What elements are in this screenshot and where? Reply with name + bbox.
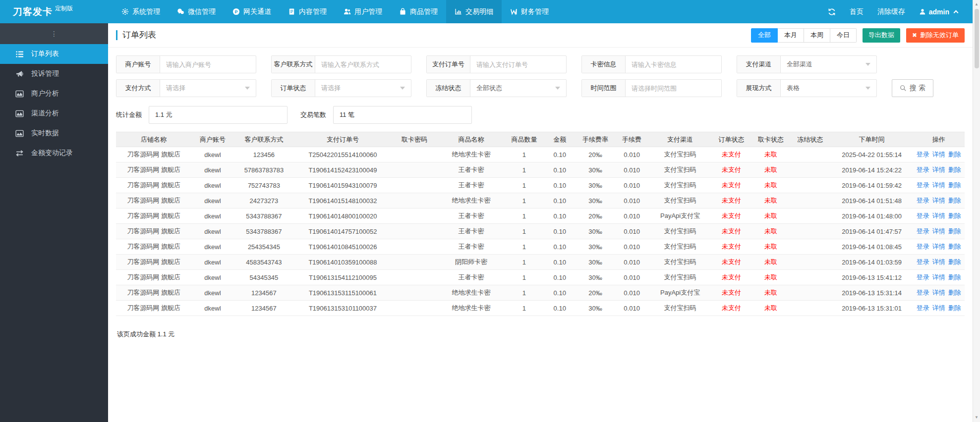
action-link-delete[interactable]: 删除 [948,151,961,158]
filter-select-freeze-status[interactable]: 全部状态 [470,80,566,97]
sidebar-item-complaints[interactable]: 投诉管理 [0,64,108,84]
action-link-login[interactable]: 登录 [917,258,929,265]
action-link-detail[interactable]: 详情 [932,166,945,173]
sidebar-item-merchant-analysis[interactable]: 商户分析 [0,84,108,104]
filter-input-time-range[interactable] [626,80,721,97]
clear-cache-link[interactable]: 清除缓存 [877,7,905,16]
cell-amount: 0.10 [543,301,576,316]
cell-product: 王者卡密 [437,270,505,285]
action-link-detail[interactable]: 详情 [932,273,945,281]
action-link-delete[interactable]: 删除 [948,197,961,204]
nav-item-transactions[interactable]: 交易明细 [446,0,502,23]
cell-actions: 登录详情删除 [913,224,965,239]
nav-item-gateway[interactable]: P网关通道 [224,0,280,23]
nav-item-finance[interactable]: 财务管理 [502,0,557,23]
action-link-delete[interactable]: 删除 [948,273,961,281]
nav-item-system[interactable]: 系统管理 [113,0,169,23]
filter-row-1: 商户账号客户联系方式支付订单号卡密信息支付渠道全部渠道 [116,55,965,73]
action-link-detail[interactable]: 详情 [932,258,945,265]
filter-input-pay-order-no[interactable] [470,56,566,73]
filter-group-pay-method: 支付方式请选择 [116,79,256,97]
action-link-detail[interactable]: 详情 [932,151,945,158]
action-link-login[interactable]: 登录 [917,304,929,312]
action-link-login[interactable]: 登录 [917,243,929,250]
nav-item-users[interactable]: 用户管理 [335,0,391,23]
filter-input-customer-contact[interactable] [315,56,411,73]
action-link-login[interactable]: 登录 [917,212,929,219]
home-link[interactable]: 首页 [850,7,864,16]
nav-item-wechat[interactable]: 微信管理 [169,0,224,23]
action-link-login[interactable]: 登录 [917,166,929,173]
action-link-login[interactable]: 登录 [917,273,929,281]
sidebar-item-channel-analysis[interactable]: 渠道分析 [0,104,108,123]
cell-channel: 支付宝扫码 [649,162,711,178]
range-tab-month[interactable]: 本月 [778,28,804,43]
filter-select-pay-channel[interactable]: 全部渠道 [781,56,876,73]
action-link-delete[interactable]: 删除 [948,166,961,173]
cell-shop: 刀客源码网 旗舰店 [116,301,191,316]
action-link-delete[interactable]: 删除 [948,243,961,250]
action-link-login[interactable]: 登录 [917,197,929,204]
stat-value-trade-count[interactable] [333,106,472,124]
filter-group-order-status: 订单状态请选择 [271,79,411,97]
action-link-login[interactable]: 登录 [917,227,929,235]
action-link-delete[interactable]: 删除 [948,304,961,312]
cell-qty: 1 [505,193,543,209]
nav-item-content[interactable]: 内容管理 [280,0,335,23]
gateway-icon: P [232,8,240,15]
sidebar-item-realtime-data[interactable]: 实时数据 [0,123,108,143]
user-menu[interactable]: admin [919,8,958,16]
export-data-button[interactable]: 导出数据 [863,28,900,43]
nav-item-goods[interactable]: 商品管理 [391,0,446,23]
gear-icon [121,8,129,15]
range-tab-all[interactable]: 全部 [751,28,778,43]
cell-amount: 0.10 [543,224,576,239]
cell-channel: 支付宝扫码 [649,147,711,162]
filter-select-order-status[interactable]: 请选择 [315,80,411,97]
filter-select-display-mode[interactable]: 表格 [781,80,876,97]
action-link-detail[interactable]: 详情 [932,289,945,296]
cell-contact: 123456 [234,147,294,162]
cell-qty: 1 [505,147,543,162]
cell-amount: 0.10 [543,209,576,224]
page-scrollbar[interactable]: ▲ ▼ [973,0,980,422]
action-link-delete[interactable]: 删除 [948,212,961,219]
sidebar-collapse-handle[interactable]: ⋮ [0,23,108,44]
range-tab-today[interactable]: 今日 [830,28,857,43]
cell-order_no: T190613153115100061 [294,285,392,301]
action-link-delete[interactable]: 删除 [948,181,961,189]
scrollbar-thumb[interactable] [975,9,979,68]
action-link-delete[interactable]: 删除 [948,258,961,265]
refresh-icon[interactable] [828,8,836,16]
action-link-login[interactable]: 登录 [917,151,929,158]
filter-input-card-info[interactable] [626,56,721,73]
sidebar-item-amount-change[interactable]: 金额变动记录 [0,143,108,163]
topbar-actions: 首页 清除缓存 admin [828,0,973,23]
action-link-delete[interactable]: 删除 [948,289,961,296]
sidebar-item-orders[interactable]: 订单列表 [0,44,108,64]
table-row: 刀客源码网 旗舰店dkewl1234567T190613153101100037… [116,301,965,316]
scroll-up-icon[interactable]: ▲ [975,2,979,7]
filter-select-pay-method[interactable]: 请选择 [160,80,256,97]
range-tab-week[interactable]: 本周 [804,28,830,43]
stat-value-total-amount[interactable] [149,106,288,124]
search-button[interactable]: 搜 索 [892,79,933,97]
filter-input-merchant-account[interactable] [160,56,256,73]
action-link-login[interactable]: 登录 [917,181,929,189]
channel-analysis-icon [15,109,24,118]
cell-freeze_status [790,224,831,239]
goods-icon [399,8,406,15]
action-link-detail[interactable]: 详情 [932,197,945,204]
scroll-down-icon[interactable]: ▼ [975,415,979,420]
cell-card_pwd [392,147,437,162]
action-link-detail[interactable]: 详情 [932,212,945,219]
action-link-login[interactable]: 登录 [917,289,929,296]
column-header-merchant: 商户账号 [191,132,234,147]
action-link-delete[interactable]: 删除 [948,227,961,235]
delete-invalid-orders-button[interactable]: ✖ 删除无效订单 [906,28,965,43]
action-link-detail[interactable]: 详情 [932,227,945,235]
brand[interactable]: 刀客发卡 定制版 [0,0,108,23]
action-link-detail[interactable]: 详情 [932,181,945,189]
action-link-detail[interactable]: 详情 [932,304,945,312]
action-link-detail[interactable]: 详情 [932,243,945,250]
